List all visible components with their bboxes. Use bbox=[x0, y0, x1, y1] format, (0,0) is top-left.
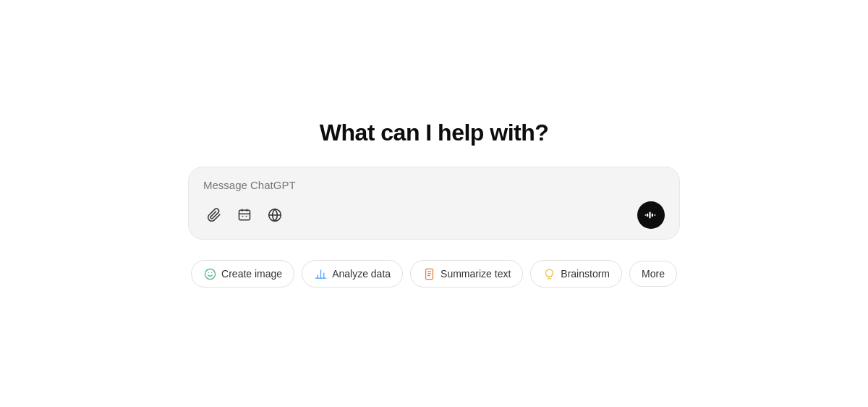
chart-icon bbox=[314, 267, 327, 280]
svg-rect-12 bbox=[644, 214, 646, 216]
voice-button[interactable] bbox=[637, 201, 665, 229]
input-footer bbox=[203, 201, 665, 229]
brainstorm-label: Brainstorm bbox=[561, 268, 610, 280]
message-input[interactable] bbox=[203, 179, 665, 191]
document-icon bbox=[422, 267, 435, 280]
create-image-button[interactable]: Create image bbox=[191, 260, 294, 288]
page-heading: What can I help with? bbox=[320, 119, 549, 146]
svg-rect-0 bbox=[239, 210, 250, 219]
image-icon bbox=[203, 267, 216, 280]
analyze-data-button[interactable]: Analyze data bbox=[302, 260, 403, 288]
summarize-text-button[interactable]: Summarize text bbox=[410, 260, 523, 288]
bulb-icon bbox=[542, 267, 556, 280]
more-button[interactable]: More bbox=[629, 261, 677, 287]
brainstorm-button[interactable]: Brainstorm bbox=[530, 260, 622, 288]
main-container: What can I help with? bbox=[0, 119, 868, 288]
svg-rect-19 bbox=[425, 269, 433, 279]
create-image-label: Create image bbox=[221, 268, 282, 280]
svg-rect-8 bbox=[647, 214, 648, 217]
chat-input-box bbox=[188, 167, 680, 240]
summarize-text-label: Summarize text bbox=[441, 268, 511, 280]
attachment-icon[interactable] bbox=[203, 204, 225, 226]
svg-rect-9 bbox=[649, 212, 650, 219]
action-buttons-group: Create image Analyze data bbox=[191, 260, 677, 288]
svg-rect-10 bbox=[652, 214, 653, 217]
svg-rect-11 bbox=[654, 214, 655, 216]
voice-icon bbox=[644, 209, 658, 222]
input-icon-group bbox=[203, 204, 286, 226]
more-label: More bbox=[642, 268, 665, 280]
tools-icon[interactable] bbox=[234, 204, 255, 226]
globe-icon[interactable] bbox=[264, 204, 286, 226]
analyze-data-label: Analyze data bbox=[332, 268, 391, 280]
